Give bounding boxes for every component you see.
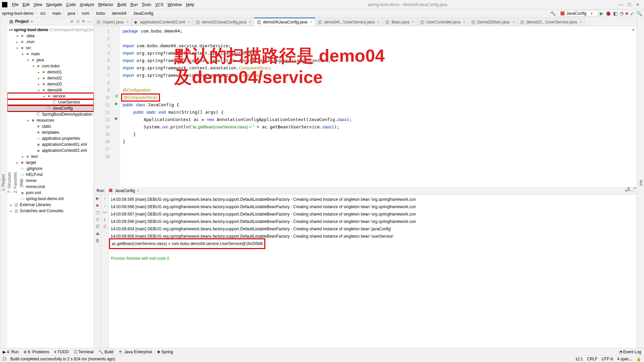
debug-icon[interactable]: 🐞 <box>605 11 611 16</box>
breadcrumb-demo04[interactable]: demo04 <box>112 11 126 16</box>
dump-icon[interactable]: ☰ <box>96 224 100 229</box>
close-icon[interactable]: ✕ <box>636 2 639 7</box>
menu-window[interactable]: Window <box>165 2 184 7</box>
code-editor[interactable]: 123456789101112131415161718 ⚙▶▶ package … <box>94 26 637 187</box>
tab-close-icon[interactable]: × <box>412 20 415 24</box>
code-content[interactable]: package com.bobo.demo04; import com.bobo… <box>120 26 637 187</box>
tab-UserController.java[interactable]: ⒸUserController.java× <box>418 17 469 26</box>
print-icon[interactable]: ⎙ <box>104 224 106 229</box>
tab-Bean.java[interactable]: ⒸBean.java× <box>383 17 417 26</box>
file-encoding[interactable]: UTF-8 <box>602 357 613 361</box>
console-line: 14:03:09.597 [main] DEBUG org.springfram… <box>111 210 635 218</box>
breadcrumb-bobo[interactable]: bobo <box>96 11 105 16</box>
console-output[interactable]: 14:03:09.595 [main] DEBUG org.springfram… <box>109 194 637 348</box>
tab-close-icon[interactable]: × <box>126 20 128 24</box>
tab-close-icon[interactable]: × <box>310 20 312 24</box>
maximize-icon[interactable]: ☐ <box>628 2 631 7</box>
trash-icon[interactable]: 🗑 <box>95 238 100 243</box>
menu-edit[interactable]: Edit <box>20 2 32 7</box>
scroll-end-icon[interactable]: ⤓ <box>103 217 107 222</box>
terminal-tool-button[interactable]: ☐ Terminal <box>74 350 94 354</box>
tab-close-icon[interactable]: × <box>377 20 380 24</box>
select-opened-icon[interactable]: ⊕ <box>70 19 74 24</box>
profile-icon[interactable]: ◔ <box>620 11 624 16</box>
breadcrumb-JavaConfig[interactable]: JavaConfig <box>133 11 153 16</box>
menu-tools[interactable]: Tools <box>140 2 153 7</box>
up-icon[interactable]: ↑ <box>104 196 106 201</box>
status-indicator-icon[interactable]: ☐ <box>3 357 6 361</box>
stop-icon[interactable]: ■ <box>626 11 628 16</box>
menu-build[interactable]: Build <box>115 2 128 7</box>
web-tool-button[interactable]: Web <box>18 20 24 345</box>
stop-run-icon[interactable]: ■ <box>96 203 99 208</box>
indent-info[interactable]: 4 spac... <box>617 357 632 361</box>
breadcrumb-java[interactable]: java <box>68 11 75 16</box>
pin-icon[interactable]: ⎙ <box>96 217 99 222</box>
menu-code[interactable]: Code <box>64 2 78 7</box>
build-icon[interactable]: 🔨 <box>550 11 556 16</box>
event-log-button[interactable]: ◔ Event Log <box>619 350 641 354</box>
caret-position[interactable]: 12:1 <box>575 357 583 361</box>
menu-refactor[interactable]: Refactor <box>96 2 115 7</box>
tab-close-icon[interactable]: × <box>463 20 466 24</box>
breadcrumb-sep: 〉 <box>47 10 51 16</box>
breadcrumb-com[interactable]: com <box>82 11 90 16</box>
inspection-ok-icon[interactable]: ✔ <box>632 27 635 32</box>
file-type-icon: Ⓒ <box>196 20 201 24</box>
menu-navigate[interactable]: Navigate <box>44 2 64 7</box>
build-tool-button[interactable]: 🔨 Build <box>98 350 113 354</box>
line-separator[interactable]: CRLF <box>587 357 597 361</box>
layout-icon[interactable]: ◫ <box>96 210 100 215</box>
spring-tool-button[interactable]: ❀ Spring <box>157 350 173 354</box>
menu-vcs[interactable]: VCS <box>153 2 166 7</box>
line-number-gutter: 123456789101112131415161718 <box>94 26 113 187</box>
soft-wrap-icon[interactable]: ↩ <box>103 210 107 215</box>
search-icon[interactable]: 🔍 <box>636 11 642 16</box>
down-icon[interactable]: ↓ <box>104 203 106 208</box>
run-tab-close-icon[interactable]: × <box>137 188 139 193</box>
favorites-tool-button[interactable]: 2: Favorites <box>12 20 18 345</box>
project-tool-button[interactable]: 1: Project <box>0 20 6 345</box>
menu-analyze[interactable]: Analyze <box>78 2 96 7</box>
tab-close-icon[interactable]: × <box>249 20 251 24</box>
exit-icon[interactable]: ⏏ <box>96 231 100 236</box>
tab-demo04\JavaConfig.java[interactable]: Ⓒdemo04\JavaConfig.java× <box>254 17 315 26</box>
menu-file[interactable]: File <box>10 2 20 7</box>
breadcrumb-src[interactable]: src <box>40 11 46 16</box>
run-config-icon <box>560 11 565 16</box>
tab-demo02\...\UserService.java[interactable]: Ⓒdemo02\...\UserService.java× <box>518 17 585 26</box>
rerun-icon[interactable]: ▶ <box>96 196 99 201</box>
vcs-update-icon[interactable]: ↙ <box>630 11 634 16</box>
tab-Demo02Main.java[interactable]: ⒸDemo02Main.java× <box>469 17 518 26</box>
run-panel-config[interactable]: JavaConfig × <box>107 188 141 193</box>
menu-help[interactable]: Help <box>184 2 196 7</box>
minimize-icon[interactable]: — <box>619 2 623 7</box>
breadcrumb-spring-boot-demo[interactable]: spring-boot-demo <box>2 11 34 16</box>
structure-tool-button[interactable]: 7: Structure <box>6 20 12 345</box>
tab-close-icon[interactable]: × <box>188 20 190 24</box>
status-bar: ☐ Build completed successfully in 2 s 82… <box>0 355 644 362</box>
breadcrumb-main[interactable]: main <box>52 11 61 16</box>
tab-demo03\JavaConfig.java[interactable]: Ⓒdemo03\JavaConfig.java× <box>193 17 254 26</box>
tab-label: UserController.java <box>426 20 461 24</box>
run-config-selector[interactable]: JavaConfig ▾ <box>558 10 597 16</box>
tab-demo04\...\UserService.java[interactable]: Ⓒdemo04\...\UserService.java× <box>315 17 383 26</box>
tab-close-icon[interactable]: × <box>512 20 515 24</box>
console-line: 14:03:09.608 [main] DEBUG org.springfram… <box>111 233 635 240</box>
tab-close-icon[interactable]: × <box>580 20 582 24</box>
expand-all-icon[interactable]: ⇲ <box>76 19 79 24</box>
hide-icon[interactable]: — <box>87 19 92 24</box>
lock-icon[interactable]: 🔒 <box>636 357 641 361</box>
todo-tool-button[interactable]: ≡ TODO <box>54 350 69 354</box>
menu-run[interactable]: Run <box>128 2 140 7</box>
tab-applicationContext02.xml[interactable]: ◆applicationContext02.xml× <box>131 17 193 26</box>
ant-tool-button[interactable]: Ant <box>638 20 644 345</box>
tab-Aspect.java[interactable]: ⒸAspect.java× <box>94 17 131 26</box>
java-ee-tool-button[interactable]: ☕ Java Enterprise <box>118 350 152 354</box>
coverage-icon[interactable]: ◧ <box>613 11 618 16</box>
problems-tool-button[interactable]: ⊘ 6: Problems <box>23 350 49 354</box>
run-tool-button[interactable]: ▶ 4: Run <box>3 350 19 354</box>
menu-view[interactable]: View <box>32 2 44 7</box>
run-icon[interactable]: ▶ <box>600 11 603 16</box>
gear-icon[interactable]: ✲ <box>82 19 85 24</box>
